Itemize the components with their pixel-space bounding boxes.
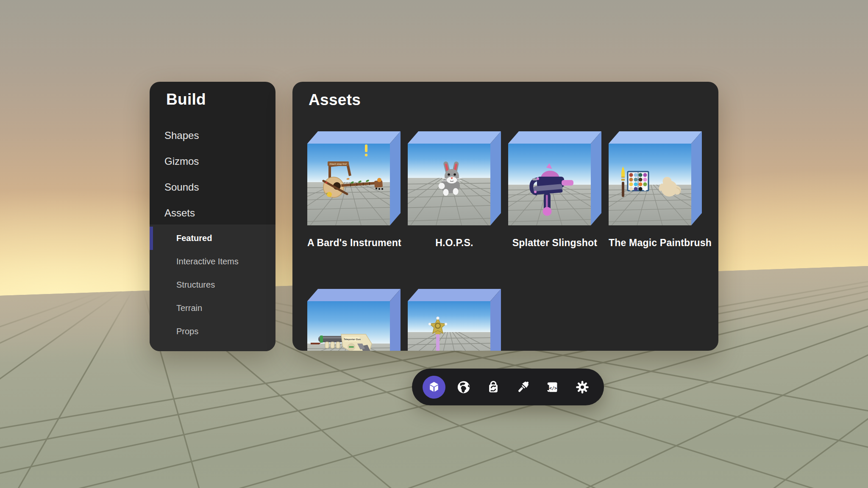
thumb-right-face xyxy=(390,131,401,225)
build-menu: Shapes Gizmos Sounds Assets xyxy=(150,122,275,226)
asset-cards-row-1: Attach strap first! xyxy=(307,131,702,249)
build-panel: Build Shapes Gizmos Sounds Assets Featur… xyxy=(150,82,275,351)
asset-card-star-wand[interactable] xyxy=(408,289,501,351)
thumb-right-face xyxy=(691,131,702,225)
settings-button[interactable] xyxy=(571,376,594,399)
guitar-3d-model: Attach strap first! xyxy=(307,144,390,225)
asset-card-label: H.O.P.S. xyxy=(408,237,501,249)
asset-card-magic-paintbrush[interactable]: The Magic Paintbrush xyxy=(609,131,702,249)
menu-item-assets[interactable]: Assets xyxy=(150,200,275,226)
cube-icon xyxy=(427,380,441,394)
asset-card-bards-instrument[interactable]: Attach strap first! xyxy=(307,131,401,249)
asset-thumbnail: Teleporter Gun xyxy=(307,289,401,351)
build-panel-title: Build xyxy=(166,91,206,108)
thumb-front-face xyxy=(609,144,691,225)
asset-card-teleporter-gun[interactable]: Teleporter Gun xyxy=(307,289,401,351)
asset-thumbnail xyxy=(609,131,702,225)
star-wand-3d-model xyxy=(408,301,490,351)
asset-thumbnail xyxy=(408,131,501,225)
asset-card-hops[interactable]: H.O.P.S. xyxy=(408,131,501,249)
shopping-bag-icon xyxy=(486,380,501,394)
thumb-top-face xyxy=(408,131,501,144)
thumb-right-face xyxy=(490,131,501,225)
build-mode-button[interactable] xyxy=(423,376,445,399)
thumb-top-face xyxy=(408,289,501,301)
assets-panel-title: Assets xyxy=(309,91,361,109)
svg-text:</>: </> xyxy=(549,385,556,390)
gear-icon xyxy=(575,380,590,394)
thumb-front-face xyxy=(408,301,490,351)
asset-cards-row-2: Teleporter Gun xyxy=(307,289,501,351)
submenu-item-interactive-items[interactable]: Interactive Items xyxy=(150,250,275,273)
asset-card-label: Splatter Slingshot xyxy=(508,237,601,249)
asset-card-label: A Bard's Instrument xyxy=(307,237,401,249)
paintbrush-palette-3d-model xyxy=(609,144,691,225)
thumb-top-face xyxy=(508,131,601,144)
assets-panel: Assets Attach strap first! xyxy=(292,82,718,351)
thumb-front-face xyxy=(408,144,490,225)
thumb-front-face xyxy=(508,144,591,225)
selected-indicator-bar xyxy=(150,227,153,250)
shop-button[interactable] xyxy=(482,376,505,399)
paintbrush-icon xyxy=(516,380,530,394)
menu-item-shapes[interactable]: Shapes xyxy=(150,122,275,148)
asset-thumbnail xyxy=(508,131,601,225)
rabbit-3d-model xyxy=(408,144,490,225)
globe-icon xyxy=(456,380,471,394)
worlds-button[interactable] xyxy=(452,376,475,399)
thumb-front-face: Attach strap first! xyxy=(307,144,390,225)
asset-thumbnail xyxy=(408,289,501,351)
submenu-item-featured[interactable]: Featured xyxy=(150,227,275,250)
thumb-right-face xyxy=(591,131,601,225)
asset-card-splatter-slingshot[interactable]: Splatter Slingshot xyxy=(508,131,601,249)
code-script-icon: </> xyxy=(545,380,560,394)
submenu-item-props[interactable]: Props xyxy=(150,320,275,343)
thumb-front-face: Teleporter Gun xyxy=(307,301,390,351)
asset-thumbnail: Attach strap first! xyxy=(307,131,401,225)
assets-submenu: Featured Interactive Items Structures Te… xyxy=(150,225,275,351)
customize-button[interactable] xyxy=(512,376,534,399)
scripts-button[interactable]: </> xyxy=(541,376,564,399)
thumb-top-face xyxy=(609,131,702,144)
svg-text:Attach strap first!: Attach strap first! xyxy=(329,163,347,165)
menu-item-gizmos[interactable]: Gizmos xyxy=(150,148,275,174)
submenu-item-structures[interactable]: Structures xyxy=(150,273,275,297)
teleporter-gun-3d-model: Teleporter Gun xyxy=(307,301,390,351)
submenu-item-terrain[interactable]: Terrain xyxy=(150,297,275,320)
svg-text:Teleporter Gun: Teleporter Gun xyxy=(344,338,361,341)
slingshot-3d-model xyxy=(508,144,591,225)
menu-item-sounds[interactable]: Sounds xyxy=(150,174,275,200)
thumb-top-face xyxy=(307,131,401,144)
bottom-toolbar: </> xyxy=(412,369,604,405)
thumb-top-face xyxy=(307,289,401,301)
asset-card-label: The Magic Paintbrush xyxy=(609,237,702,249)
